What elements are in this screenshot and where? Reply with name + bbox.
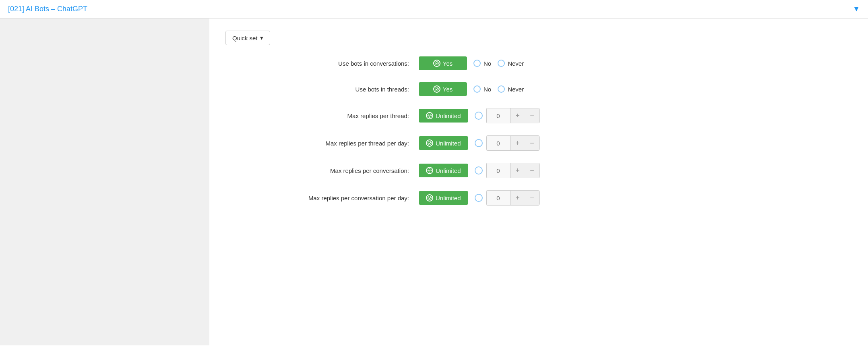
no-radio-threads[interactable] — [473, 85, 481, 93]
page-title: [021] AI Bots – ChatGPT — [8, 5, 87, 13]
numeric-control-conversation: + − — [486, 163, 540, 178]
use-bots-threads-row: Use bots in threads: Yes No — [225, 82, 852, 96]
yes-button-conversations[interactable]: Yes — [419, 56, 467, 70]
no-option-conversations[interactable]: No — [473, 60, 491, 67]
max-replies-conversation-controls: Unlimited + − — [419, 163, 540, 178]
max-replies-conversation-label: Max replies per conversation: — [225, 167, 419, 174]
unlimited-label-conversation-day: Unlimited — [436, 195, 461, 202]
yes-label-threads: Yes — [443, 86, 453, 93]
never-radio-threads[interactable] — [498, 85, 505, 93]
quick-set-label: Quick set — [232, 35, 258, 42]
use-bots-threads-controls: Yes No Never — [419, 82, 524, 96]
increment-button-thread[interactable]: + — [510, 108, 525, 123]
increment-button-thread-day[interactable]: + — [510, 136, 525, 150]
numeric-wrapper-thread-day: + − — [475, 135, 540, 151]
quick-set-chevron-icon: ▾ — [260, 34, 263, 42]
never-option-conversations[interactable]: Never — [498, 60, 524, 67]
quick-set-row: Quick set ▾ — [225, 31, 852, 45]
check-icon-conversation — [426, 167, 433, 174]
unlimited-button-thread-day[interactable]: Unlimited — [419, 136, 468, 150]
check-icon-thread — [426, 112, 433, 119]
numeric-radio-conversation[interactable] — [475, 166, 483, 174]
max-replies-thread-label: Max replies per thread: — [225, 112, 419, 119]
max-replies-thread-controls: Unlimited + − — [419, 108, 540, 123]
use-bots-conversations-label: Use bots in conversations: — [225, 60, 419, 67]
max-replies-thread-day-label: Max replies per thread per day: — [225, 140, 419, 147]
numeric-control-thread-day: + − — [486, 135, 540, 151]
numeric-control-thread: + − — [486, 108, 540, 123]
unlimited-label-thread-day: Unlimited — [436, 140, 461, 147]
no-label: No — [484, 60, 491, 67]
numeric-control-conversation-day: + − — [486, 190, 540, 206]
check-icon-threads — [433, 85, 440, 93]
check-icon-conversation-day — [426, 194, 433, 202]
never-option-threads[interactable]: Never — [498, 85, 524, 93]
numeric-wrapper-conversation: + − — [475, 163, 540, 178]
never-radio-conversations[interactable] — [498, 60, 505, 67]
max-replies-thread-day-row: Max replies per thread per day: Unlimite… — [225, 135, 852, 151]
numeric-input-thread[interactable] — [486, 108, 510, 123]
content-area: Quick set ▾ Use bots in conversations: Y… — [209, 19, 868, 345]
check-icon — [433, 60, 440, 67]
check-icon-thread-day — [426, 139, 433, 147]
max-replies-conversation-day-row: Max replies per conversation per day: Un… — [225, 190, 852, 206]
max-replies-conversation-day-label: Max replies per conversation per day: — [225, 195, 419, 202]
sidebar — [0, 19, 209, 345]
quick-set-button[interactable]: Quick set ▾ — [225, 31, 270, 45]
no-option-threads[interactable]: No — [473, 85, 491, 93]
main-layout: Quick set ▾ Use bots in conversations: Y… — [0, 19, 868, 345]
unlimited-button-conversation-day[interactable]: Unlimited — [419, 191, 468, 205]
app-header: [021] AI Bots – ChatGPT ▼ — [0, 0, 868, 19]
no-radio-conversations[interactable] — [473, 60, 481, 67]
unlimited-button-thread[interactable]: Unlimited — [419, 109, 468, 123]
decrement-button-conversation-day[interactable]: − — [525, 191, 539, 205]
unlimited-label-thread: Unlimited — [436, 112, 461, 119]
unlimited-label-conversation: Unlimited — [436, 167, 461, 174]
numeric-radio-thread-day[interactable] — [475, 139, 483, 147]
numeric-radio-conversation-day[interactable] — [475, 194, 483, 202]
yes-label: Yes — [443, 60, 453, 67]
yes-button-threads[interactable]: Yes — [419, 82, 467, 96]
increment-button-conversation-day[interactable]: + — [510, 191, 525, 205]
decrement-button-thread[interactable]: − — [525, 108, 539, 123]
max-replies-conversation-day-controls: Unlimited + − — [419, 190, 540, 206]
use-bots-threads-label: Use bots in threads: — [225, 86, 419, 93]
max-replies-thread-day-controls: Unlimited + − — [419, 135, 540, 151]
numeric-input-conversation-day[interactable] — [486, 191, 510, 205]
numeric-input-thread-day[interactable] — [486, 136, 510, 150]
use-bots-conversations-row: Use bots in conversations: Yes No — [225, 56, 852, 70]
decrement-button-thread-day[interactable]: − — [525, 136, 539, 150]
never-label: Never — [508, 60, 524, 67]
numeric-input-conversation[interactable] — [486, 163, 510, 178]
numeric-wrapper-thread: + − — [475, 108, 540, 123]
use-bots-conversations-controls: Yes No Never — [419, 56, 524, 70]
no-label-threads: No — [484, 86, 491, 93]
unlimited-button-conversation[interactable]: Unlimited — [419, 164, 468, 177]
increment-button-conversation[interactable]: + — [510, 163, 525, 178]
numeric-radio-thread[interactable] — [475, 112, 483, 120]
max-replies-conversation-row: Max replies per conversation: Unlimited — [225, 163, 852, 178]
decrement-button-conversation[interactable]: − — [525, 163, 539, 178]
max-replies-thread-row: Max replies per thread: Unlimited — [225, 108, 852, 123]
header-chevron-icon[interactable]: ▼ — [853, 5, 860, 13]
numeric-wrapper-conversation-day: + − — [475, 190, 540, 206]
never-label-threads: Never — [508, 86, 524, 93]
